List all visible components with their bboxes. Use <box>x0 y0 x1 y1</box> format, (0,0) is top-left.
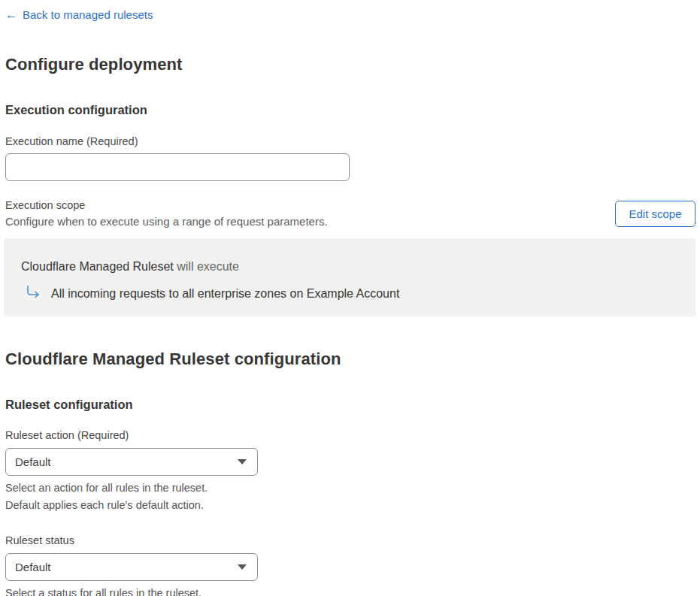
ruleset-action-helper-line1: Select an action for all rules in the ru… <box>5 480 695 497</box>
execution-summary-headline: Cloudflare Managed Ruleset will execute <box>21 259 680 275</box>
ruleset-configuration-heading: Ruleset configuration <box>5 397 695 412</box>
chevron-down-icon <box>238 459 247 464</box>
execution-scope-summary-text: All incoming requests to all enterprise … <box>51 286 399 302</box>
ruleset-action-label: Ruleset action (Required) <box>5 428 695 442</box>
execution-name-input[interactable] <box>5 153 350 181</box>
ruleset-action-helper-line2: Default applies each rule's default acti… <box>5 497 695 514</box>
execution-scope-label: Execution scope <box>5 198 328 212</box>
execution-scope-row: Execution scope Configure when to execut… <box>5 198 695 228</box>
ruleset-action-helper: Select an action for all rules in the ru… <box>5 480 695 514</box>
ruleset-status-label: Ruleset status <box>5 534 695 547</box>
ruleset-configuration-page-title: Cloudflare Managed Ruleset configuration <box>5 349 695 370</box>
execution-scope-text-block: Execution scope Configure when to execut… <box>5 198 328 228</box>
will-execute-text: will execute <box>174 260 239 273</box>
branch-arrow-icon <box>25 285 41 300</box>
execution-configuration-heading: Execution configuration <box>5 102 695 117</box>
back-to-managed-rulesets-link[interactable]: ← Back to managed rulesets <box>5 8 153 23</box>
chevron-down-icon <box>238 564 247 570</box>
execution-scope-description: Configure when to execute using a range … <box>5 215 328 228</box>
ruleset-status-selected-value: Default <box>15 561 51 573</box>
execution-summary-panel: Cloudflare Managed Ruleset will execute … <box>4 238 695 316</box>
execution-summary-scope-line: All incoming requests to all enterprise … <box>21 286 680 302</box>
ruleset-status-helper: Select a status for all rules in the rul… <box>5 585 695 596</box>
page-title: Configure deployment <box>5 54 695 75</box>
ruleset-action-selected-value: Default <box>15 455 51 468</box>
ruleset-status-select[interactable]: Default <box>5 553 258 581</box>
back-arrow-icon: ← <box>5 8 17 23</box>
edit-scope-button[interactable]: Edit scope <box>615 201 695 227</box>
back-link-label: Back to managed rulesets <box>23 8 153 23</box>
configure-deployment-page: ← Back to managed rulesets Configure dep… <box>0 0 700 596</box>
ruleset-name-text: Cloudflare Managed Ruleset <box>21 260 174 273</box>
ruleset-action-select[interactable]: Default <box>5 448 258 476</box>
execution-name-label: Execution name (Required) <box>5 135 695 148</box>
